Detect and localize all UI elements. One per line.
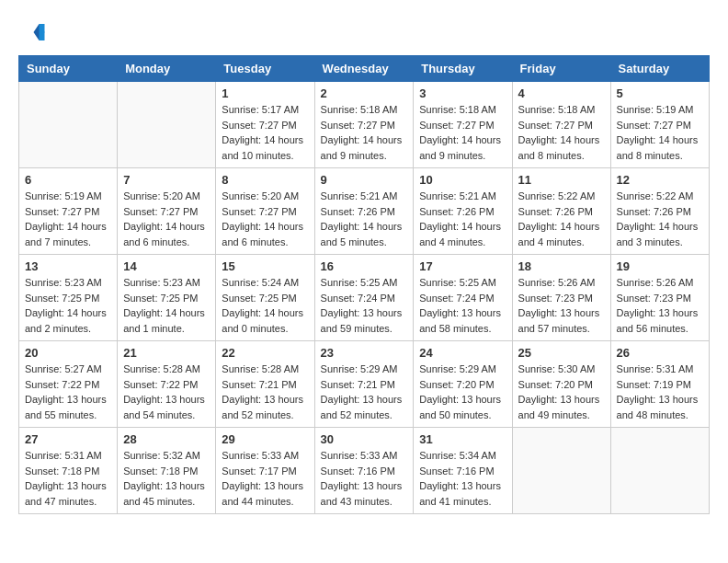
day-number: 24 — [419, 346, 506, 360]
day-number: 22 — [222, 346, 308, 360]
day-info: Sunrise: 5:23 AM Sunset: 7:25 PM Dayligh… — [123, 275, 210, 336]
day-info: Sunrise: 5:19 AM Sunset: 7:27 PM Dayligh… — [617, 102, 703, 163]
day-number: 16 — [321, 259, 408, 273]
day-info: Sunrise: 5:26 AM Sunset: 7:23 PM Dayligh… — [518, 275, 605, 336]
day-info: Sunrise: 5:28 AM Sunset: 7:22 PM Dayligh… — [123, 362, 210, 422]
day-number: 19 — [617, 259, 703, 273]
calendar-cell-3: 3Sunrise: 5:18 AM Sunset: 7:27 PM Daylig… — [414, 82, 512, 168]
day-number: 6 — [25, 173, 111, 187]
day-info: Sunrise: 5:20 AM Sunset: 7:27 PM Dayligh… — [222, 189, 308, 249]
calendar-cell-15: 15Sunrise: 5:24 AM Sunset: 7:25 PM Dayli… — [216, 255, 314, 341]
calendar-cell-24: 24Sunrise: 5:29 AM Sunset: 7:20 PM Dayli… — [414, 341, 512, 428]
day-number: 7 — [123, 173, 210, 187]
day-info: Sunrise: 5:17 AM Sunset: 7:27 PM Dayligh… — [222, 102, 308, 163]
day-number: 1 — [222, 86, 308, 100]
day-info: Sunrise: 5:19 AM Sunset: 7:27 PM Dayligh… — [25, 189, 111, 249]
weekday-header-row: SundayMondayTuesdayWednesdayThursdayFrid… — [19, 56, 710, 82]
day-info: Sunrise: 5:33 AM Sunset: 7:16 PM Dayligh… — [321, 448, 408, 509]
day-info: Sunrise: 5:20 AM Sunset: 7:27 PM Dayligh… — [123, 189, 210, 249]
calendar-cell-23: 23Sunrise: 5:29 AM Sunset: 7:21 PM Dayli… — [314, 341, 414, 428]
day-info: Sunrise: 5:18 AM Sunset: 7:27 PM Dayligh… — [321, 102, 408, 163]
day-info: Sunrise: 5:31 AM Sunset: 7:19 PM Dayligh… — [617, 362, 703, 422]
calendar-week-row-0: 1Sunrise: 5:17 AM Sunset: 7:27 PM Daylig… — [19, 82, 710, 168]
calendar-cell-empty — [19, 82, 118, 168]
day-number: 4 — [518, 86, 605, 100]
day-number: 8 — [222, 173, 308, 187]
calendar-cell-26: 26Sunrise: 5:31 AM Sunset: 7:19 PM Dayli… — [610, 341, 709, 428]
calendar-cell-empty — [610, 428, 709, 514]
day-info: Sunrise: 5:26 AM Sunset: 7:23 PM Dayligh… — [617, 275, 703, 336]
day-number: 5 — [617, 86, 703, 100]
weekday-header-friday: Friday — [512, 56, 610, 82]
calendar-cell-empty — [118, 82, 216, 168]
svg-marker-1 — [40, 24, 45, 40]
calendar-cell-11: 11Sunrise: 5:22 AM Sunset: 7:26 PM Dayli… — [512, 168, 610, 255]
day-info: Sunrise: 5:22 AM Sunset: 7:26 PM Dayligh… — [617, 189, 703, 249]
calendar-week-row-1: 6Sunrise: 5:19 AM Sunset: 7:27 PM Daylig… — [19, 168, 710, 255]
day-info: Sunrise: 5:23 AM Sunset: 7:25 PM Dayligh… — [25, 275, 111, 336]
day-info: Sunrise: 5:30 AM Sunset: 7:20 PM Dayligh… — [518, 362, 605, 422]
day-info: Sunrise: 5:24 AM Sunset: 7:25 PM Dayligh… — [222, 275, 308, 336]
calendar-cell-5: 5Sunrise: 5:19 AM Sunset: 7:27 PM Daylig… — [610, 82, 709, 168]
day-info: Sunrise: 5:25 AM Sunset: 7:24 PM Dayligh… — [419, 275, 506, 336]
calendar-cell-21: 21Sunrise: 5:28 AM Sunset: 7:22 PM Dayli… — [118, 341, 216, 428]
page-header — [18, 18, 710, 46]
calendar-cell-29: 29Sunrise: 5:33 AM Sunset: 7:17 PM Dayli… — [216, 428, 314, 514]
calendar-cell-10: 10Sunrise: 5:21 AM Sunset: 7:26 PM Dayli… — [414, 168, 512, 255]
day-info: Sunrise: 5:18 AM Sunset: 7:27 PM Dayligh… — [518, 102, 605, 163]
calendar-cell-19: 19Sunrise: 5:26 AM Sunset: 7:23 PM Dayli… — [610, 255, 709, 341]
calendar-cell-25: 25Sunrise: 5:30 AM Sunset: 7:20 PM Dayli… — [512, 341, 610, 428]
weekday-header-wednesday: Wednesday — [314, 56, 414, 82]
calendar-cell-22: 22Sunrise: 5:28 AM Sunset: 7:21 PM Dayli… — [216, 341, 314, 428]
calendar-cell-18: 18Sunrise: 5:26 AM Sunset: 7:23 PM Dayli… — [512, 255, 610, 341]
calendar-cell-17: 17Sunrise: 5:25 AM Sunset: 7:24 PM Dayli… — [414, 255, 512, 341]
calendar-cell-14: 14Sunrise: 5:23 AM Sunset: 7:25 PM Dayli… — [118, 255, 216, 341]
calendar-cell-16: 16Sunrise: 5:25 AM Sunset: 7:24 PM Dayli… — [314, 255, 414, 341]
day-number: 28 — [123, 432, 210, 446]
day-number: 3 — [419, 86, 506, 100]
day-number: 26 — [617, 346, 703, 360]
day-info: Sunrise: 5:25 AM Sunset: 7:24 PM Dayligh… — [321, 275, 408, 336]
weekday-header-saturday: Saturday — [610, 56, 709, 82]
day-number: 21 — [123, 346, 210, 360]
day-number: 31 — [419, 432, 506, 446]
weekday-header-monday: Monday — [118, 56, 216, 82]
day-info: Sunrise: 5:21 AM Sunset: 7:26 PM Dayligh… — [321, 189, 408, 249]
calendar-cell-12: 12Sunrise: 5:22 AM Sunset: 7:26 PM Dayli… — [610, 168, 709, 255]
calendar-cell-4: 4Sunrise: 5:18 AM Sunset: 7:27 PM Daylig… — [512, 82, 610, 168]
day-number: 25 — [518, 346, 605, 360]
day-number: 13 — [25, 259, 111, 273]
day-number: 18 — [518, 259, 605, 273]
calendar-cell-8: 8Sunrise: 5:20 AM Sunset: 7:27 PM Daylig… — [216, 168, 314, 255]
day-info: Sunrise: 5:27 AM Sunset: 7:22 PM Dayligh… — [25, 362, 111, 422]
calendar-cell-27: 27Sunrise: 5:31 AM Sunset: 7:18 PM Dayli… — [19, 428, 118, 514]
weekday-header-sunday: Sunday — [19, 56, 118, 82]
calendar-cell-7: 7Sunrise: 5:20 AM Sunset: 7:27 PM Daylig… — [118, 168, 216, 255]
calendar-cell-6: 6Sunrise: 5:19 AM Sunset: 7:27 PM Daylig… — [19, 168, 118, 255]
day-info: Sunrise: 5:31 AM Sunset: 7:18 PM Dayligh… — [25, 448, 111, 509]
calendar-cell-28: 28Sunrise: 5:32 AM Sunset: 7:18 PM Dayli… — [118, 428, 216, 514]
day-info: Sunrise: 5:22 AM Sunset: 7:26 PM Dayligh… — [518, 189, 605, 249]
calendar-week-row-4: 27Sunrise: 5:31 AM Sunset: 7:18 PM Dayli… — [19, 428, 710, 514]
calendar-week-row-3: 20Sunrise: 5:27 AM Sunset: 7:22 PM Dayli… — [19, 341, 710, 428]
day-number: 2 — [321, 86, 408, 100]
day-info: Sunrise: 5:28 AM Sunset: 7:21 PM Dayligh… — [222, 362, 308, 422]
day-info: Sunrise: 5:21 AM Sunset: 7:26 PM Dayligh… — [419, 189, 506, 249]
calendar-cell-empty — [512, 428, 610, 514]
logo — [18, 18, 50, 46]
day-info: Sunrise: 5:29 AM Sunset: 7:21 PM Dayligh… — [321, 362, 408, 422]
day-number: 29 — [222, 432, 308, 446]
calendar-cell-13: 13Sunrise: 5:23 AM Sunset: 7:25 PM Dayli… — [19, 255, 118, 341]
calendar-cell-31: 31Sunrise: 5:34 AM Sunset: 7:16 PM Dayli… — [414, 428, 512, 514]
calendar-cell-20: 20Sunrise: 5:27 AM Sunset: 7:22 PM Dayli… — [19, 341, 118, 428]
day-number: 27 — [25, 432, 111, 446]
day-number: 23 — [321, 346, 408, 360]
calendar-cell-1: 1Sunrise: 5:17 AM Sunset: 7:27 PM Daylig… — [216, 82, 314, 168]
calendar-cell-2: 2Sunrise: 5:18 AM Sunset: 7:27 PM Daylig… — [314, 82, 414, 168]
day-info: Sunrise: 5:29 AM Sunset: 7:20 PM Dayligh… — [419, 362, 506, 422]
weekday-header-tuesday: Tuesday — [216, 56, 314, 82]
day-number: 9 — [321, 173, 408, 187]
day-info: Sunrise: 5:34 AM Sunset: 7:16 PM Dayligh… — [419, 448, 506, 509]
day-number: 14 — [123, 259, 210, 273]
day-number: 15 — [222, 259, 308, 273]
